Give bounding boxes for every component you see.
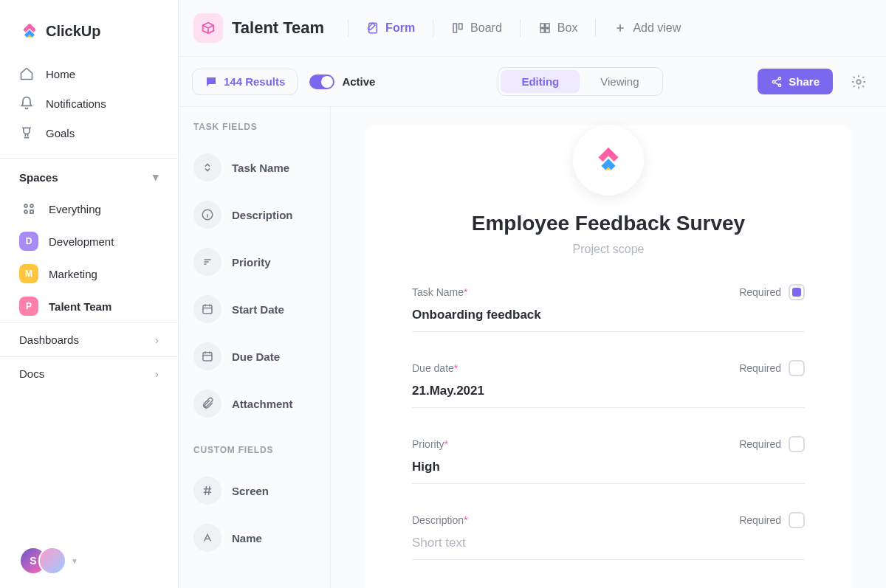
svg-point-14 — [856, 80, 861, 84]
svg-point-1 — [30, 204, 33, 207]
space-badge: D — [19, 232, 38, 251]
field-value[interactable]: Short text — [412, 536, 805, 560]
mode-segmented: Editing Viewing — [498, 67, 662, 96]
form-field-priority[interactable]: Priority* Required High — [412, 436, 805, 484]
field-value[interactable]: High — [412, 460, 805, 484]
settings-button[interactable] — [845, 68, 873, 96]
required-control: Required — [739, 360, 805, 376]
field-value[interactable]: 21.May.2021 — [412, 384, 805, 408]
custom-fields-heading: CUSTOM FIELDS — [193, 445, 324, 455]
svg-rect-16 — [203, 305, 212, 314]
calendar-icon — [193, 295, 222, 323]
required-checkbox[interactable] — [789, 512, 805, 528]
form-subtitle[interactable]: Project scope — [412, 243, 805, 256]
hash-icon — [193, 477, 222, 505]
chevron-right-icon: › — [155, 333, 159, 346]
svg-rect-10 — [546, 29, 549, 32]
add-view-label: Add view — [633, 21, 681, 35]
field-name-label: Due date* — [412, 362, 458, 374]
logo[interactable]: ClickUp — [0, 0, 178, 56]
field-attachment[interactable]: Attachment — [193, 380, 324, 427]
space-item-marketing[interactable]: M Marketing — [0, 257, 178, 290]
svg-point-0 — [24, 204, 27, 207]
form-title[interactable]: Employee Feedback Survey — [412, 212, 805, 235]
results-pill[interactable]: 144 Results — [192, 69, 298, 95]
required-checkbox[interactable] — [789, 436, 805, 452]
chevron-right-icon: › — [155, 367, 159, 380]
field-start-date[interactable]: Start Date — [193, 286, 324, 333]
space-badge: M — [19, 264, 38, 283]
toggle-label: Active — [342, 75, 375, 88]
nav-label: Goals — [46, 127, 75, 139]
sidebar-item-home[interactable]: Home — [0, 59, 178, 89]
form-field-due-date[interactable]: Due date* Required 21.May.2021 — [412, 360, 805, 408]
fields-panel: TASK FIELDS Task Name Description Priori… — [179, 107, 331, 588]
box-icon — [538, 21, 552, 35]
space-badge: P — [19, 297, 38, 316]
field-value[interactable]: Onboarding feedback — [412, 308, 805, 332]
priority-icon — [193, 248, 222, 276]
space-label: Everything — [49, 203, 101, 215]
field-screen[interactable]: Screen — [193, 467, 324, 514]
active-toggle[interactable] — [309, 75, 334, 89]
spaces-header[interactable]: Spaces ▾ — [0, 159, 178, 193]
required-checkbox[interactable] — [789, 360, 805, 376]
sidebar-item-docs[interactable]: Docs › — [0, 356, 178, 390]
spaces-label: Spaces — [19, 171, 58, 184]
grid-icon — [19, 199, 38, 218]
tab-label: Form — [385, 21, 415, 35]
form-field-task-name[interactable]: Task Name* Required Onboarding feedback — [412, 284, 805, 332]
space-label: Talent Team — [49, 300, 111, 313]
form-field-description[interactable]: Description* Required Short text — [412, 512, 805, 560]
caret-down-icon[interactable]: ▼ — [71, 557, 78, 565]
tab-form[interactable]: Form — [357, 17, 424, 39]
editing-button[interactable]: Editing — [501, 70, 580, 93]
form-icon — [366, 21, 380, 35]
tab-box[interactable]: Box — [529, 17, 587, 39]
field-label: Description — [232, 209, 293, 221]
required-label: Required — [739, 438, 781, 450]
field-task-name[interactable]: Task Name — [193, 144, 324, 191]
viewing-button[interactable]: Viewing — [580, 70, 659, 93]
space-label: Development — [49, 235, 114, 248]
home-icon — [19, 66, 34, 81]
content: TASK FIELDS Task Name Description Priori… — [179, 107, 886, 588]
field-name[interactable]: Name — [193, 514, 324, 561]
user-avatar[interactable] — [38, 547, 66, 575]
section-label: Dashboards — [19, 333, 79, 346]
field-description[interactable]: Description — [193, 191, 324, 238]
gear-icon — [851, 74, 867, 90]
required-control: Required — [739, 284, 805, 300]
field-label: Task Name — [232, 162, 289, 174]
plus-icon — [614, 21, 627, 35]
field-label: Name — [232, 532, 262, 544]
sidebar-item-dashboards[interactable]: Dashboards › — [0, 322, 178, 356]
chevron-down-icon: ▾ — [153, 170, 159, 184]
board-icon — [451, 21, 464, 35]
form-logo[interactable] — [573, 125, 644, 196]
trophy-icon — [19, 125, 34, 140]
page-title: Talent Team — [232, 18, 324, 38]
field-label: Priority — [232, 256, 271, 269]
space-item-development[interactable]: D Development — [0, 225, 178, 257]
sidebar-item-goals[interactable]: Goals — [0, 118, 178, 148]
required-control: Required — [739, 436, 805, 452]
active-toggle-wrap: Active — [309, 75, 375, 89]
topbar: Talent Team Form Board Box Add view — [179, 0, 886, 57]
tab-label: Box — [557, 21, 578, 35]
field-due-date[interactable]: Due Date — [193, 333, 324, 380]
space-item-talent-team[interactable]: P Talent Team — [0, 290, 178, 322]
share-button[interactable]: Share — [758, 69, 833, 94]
field-name-label: Priority* — [412, 438, 448, 450]
required-label: Required — [739, 286, 781, 298]
field-priority[interactable]: Priority — [193, 238, 324, 286]
sidebar-item-notifications[interactable]: Notifications — [0, 89, 178, 118]
required-checkbox[interactable] — [789, 284, 805, 300]
field-label: Screen — [232, 485, 269, 497]
required-label: Required — [739, 514, 781, 526]
sidebar: ClickUp Home Notifications Goals Spaces … — [0, 0, 179, 588]
add-view-button[interactable]: Add view — [605, 17, 690, 39]
space-item-everything[interactable]: Everything — [0, 193, 178, 225]
tab-board[interactable]: Board — [442, 17, 511, 39]
field-label: Attachment — [232, 398, 293, 410]
